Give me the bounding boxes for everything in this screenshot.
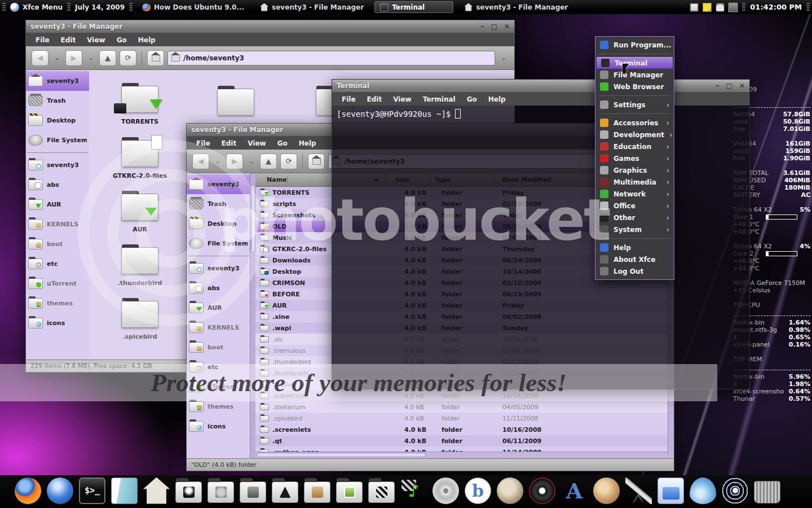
panel-grip[interactable]: [67, 3, 70, 12]
sidebar-item-seventy3[interactable]: seventy3: [26, 155, 89, 175]
menu-item-terminal[interactable]: Terminal ›: [597, 57, 673, 69]
menu-file[interactable]: File: [337, 94, 361, 104]
sidebar-item-etc[interactable]: etc: [26, 254, 89, 274]
task-seventy3-file-manager[interactable]: seventy3 - File Manager: [255, 1, 369, 13]
menu-item-accessories[interactable]: Accessories ›: [595, 117, 674, 129]
maximize-button[interactable]: □: [726, 80, 732, 93]
menu-item-development[interactable]: Development ›: [595, 129, 674, 141]
dock-icon-folder-games[interactable]: [240, 481, 266, 503]
task-seventy3-file-manager[interactable]: seventy3 - File Manager: [459, 1, 573, 13]
sidebar-item-themes[interactable]: themes: [187, 397, 250, 417]
file-row-stellarium[interactable]: .stellarium 4.0 kB folder 04/05/2009: [255, 401, 674, 413]
reload-button[interactable]: ⟳: [120, 50, 136, 66]
forward-button[interactable]: ▶: [226, 154, 243, 169]
menu-item-other[interactable]: Other ›: [595, 212, 674, 224]
forward-history-dropdown[interactable]: ⌄: [246, 154, 257, 169]
menu-go[interactable]: Go: [272, 138, 293, 148]
folder-gtkrc-2-0-files[interactable]: GTKRC-2.0-files: [98, 135, 182, 180]
sidebar-item-utorrent[interactable]: uTorrent: [187, 377, 250, 397]
dock-icon-folder-arch[interactable]: [272, 481, 298, 503]
maximize-button[interactable]: □: [491, 20, 497, 33]
dock-icon-folder-linux[interactable]: [175, 481, 202, 503]
menu-item-system[interactable]: System ›: [595, 224, 674, 235]
dock-icon-stellarium-planet[interactable]: [593, 478, 620, 504]
menu-help[interactable]: Help: [483, 94, 511, 104]
sidebar-item-desktop[interactable]: Desktop: [187, 214, 250, 234]
up-button[interactable]: ▲: [260, 154, 277, 169]
forward-history-dropdown[interactable]: ⌄: [86, 50, 96, 66]
menu-go[interactable]: Go: [112, 35, 132, 45]
folder-spicebird[interactable]: .spicebird: [98, 296, 182, 341]
panel-clock[interactable]: 01:42:00 PM: [750, 3, 802, 11]
sidebar-item-seventy3[interactable]: seventy3: [187, 259, 250, 278]
file-row-python-eggs[interactable]: .python-eggs 4.0 kB folder 11/14/2008: [255, 446, 674, 452]
sidebar-item-aur[interactable]: AUR: [187, 298, 250, 318]
menu-item-graphics[interactable]: Graphics ›: [595, 164, 674, 176]
menu-terminal[interactable]: Terminal: [418, 94, 461, 104]
close-button[interactable]: ✕: [504, 20, 510, 33]
sidebar-item-abs[interactable]: abs: [187, 278, 250, 298]
titlebar[interactable]: Terminal – □ ✕: [332, 80, 749, 93]
sidebar-item-themes[interactable]: themes: [26, 294, 89, 313]
panel-grip[interactable]: [2, 3, 6, 12]
forward-button[interactable]: ▶: [65, 50, 82, 66]
menu-file[interactable]: File: [30, 35, 55, 45]
sidebar-item-boot[interactable]: boot: [187, 338, 250, 357]
minimize-button[interactable]: –: [716, 80, 720, 93]
sidebar-item-icons[interactable]: icons: [187, 417, 250, 436]
sidebar-item-aur[interactable]: AUR: [26, 195, 89, 214]
menu-item-office[interactable]: Office ›: [595, 200, 674, 212]
monitor-icon[interactable]: [716, 3, 725, 12]
menu-edit[interactable]: Edit: [217, 138, 242, 148]
sidebar-item-etc[interactable]: etc: [187, 357, 250, 377]
menu-item-web-browser[interactable]: Web Browser ›: [595, 81, 674, 93]
folder-torrents[interactable]: TORRENTS: [98, 81, 182, 126]
file-row-subversion[interactable]: .subversion 4.0 kB folder 10/14/2008: [255, 390, 674, 401]
dock-icon-text-editor[interactable]: [111, 478, 138, 504]
menu-item-run-program[interactable]: Run Program... ›: [595, 39, 674, 51]
menu-item-settings[interactable]: Settings ›: [595, 99, 674, 111]
dock-icon-trash[interactable]: [754, 481, 780, 503]
menu-item-file-manager[interactable]: File Manager ›: [595, 69, 674, 81]
back-button[interactable]: ◀: [192, 154, 209, 169]
menu-item-multimedia[interactable]: Multimedia ›: [595, 176, 674, 188]
sidebar-item-trash[interactable]: Trash: [26, 91, 89, 111]
dock-icon-network[interactable]: [722, 478, 748, 504]
sidebar-item-kernels[interactable]: KERNELS: [26, 214, 89, 234]
menu-item-log-out[interactable]: Log Out ›: [595, 265, 674, 277]
sidebar-item-file-system[interactable]: File System: [187, 234, 250, 253]
menu-help[interactable]: Help: [133, 35, 161, 45]
sidebar-item-trash[interactable]: Trash: [187, 194, 250, 214]
dock-icon-audio-cd[interactable]: [433, 478, 459, 504]
dock-icon-thunderbird[interactable]: [47, 478, 73, 504]
file-row-qt[interactable]: .qt 4.0 kB folder 06/11/2009: [255, 435, 674, 446]
menu-edit[interactable]: Edit: [56, 35, 81, 45]
folder-thunderbird[interactable]: .thunderbird: [98, 243, 182, 287]
dock-icon-file-manager[interactable]: [657, 478, 684, 504]
xfce-menu-button[interactable]: Xfce Menu: [10, 3, 63, 12]
dock-icon-music[interactable]: ♪: [400, 478, 427, 504]
titlebar[interactable]: seventy3 - File Manager – □ ✕: [26, 20, 514, 33]
sidebar-item-utorrent[interactable]: uTorrent: [26, 274, 89, 294]
sidebar-item-seventy3[interactable]: seventy3: [26, 71, 89, 91]
sidebar-item-icons[interactable]: icons: [26, 313, 89, 333]
menu-item-games[interactable]: Games ›: [595, 152, 674, 164]
horizontal-scrollbar[interactable]: [255, 452, 674, 458]
sidebar-item-kernels[interactable]: KERNELS: [187, 318, 250, 338]
dock-icon-gimp[interactable]: [497, 478, 523, 504]
sidebar-scrollbar[interactable]: [250, 173, 255, 458]
panel-grip[interactable]: [806, 3, 810, 12]
dock-icon-folder-videos[interactable]: [368, 481, 395, 503]
panel-grip[interactable]: [129, 3, 133, 12]
dock-icon-home[interactable]: [143, 478, 170, 504]
menu-go[interactable]: Go: [462, 94, 482, 104]
dock-icon-firefox[interactable]: [15, 478, 41, 504]
clipboard-icon[interactable]: [690, 3, 699, 12]
menu-item-network[interactable]: Network ›: [595, 188, 674, 200]
home-button[interactable]: [308, 154, 325, 169]
sidebar-item-file-system[interactable]: File System: [26, 130, 89, 150]
sidebar-item-seventy3[interactable]: seventy3: [187, 174, 250, 194]
reload-button[interactable]: ⟳: [280, 154, 297, 169]
panel-date[interactable]: July 14, 2009: [75, 3, 125, 11]
terminal-body[interactable]: [seventy3@HPdv9920us ~]$: [332, 106, 749, 389]
